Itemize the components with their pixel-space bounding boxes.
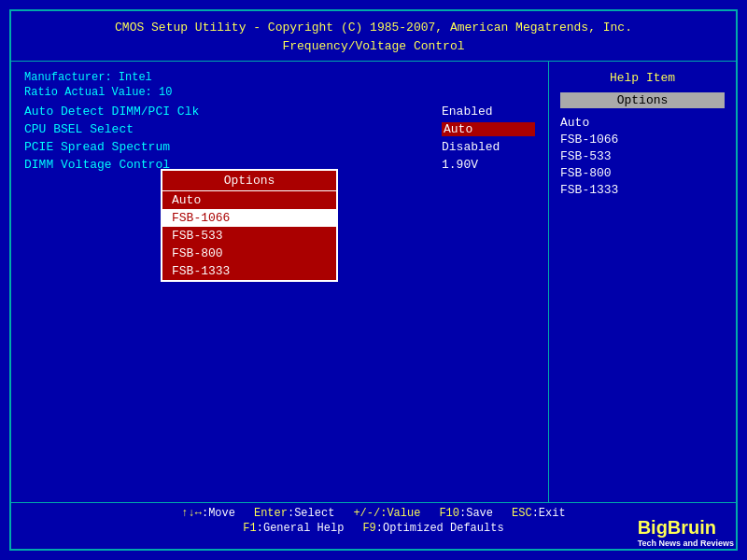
setting-row[interactable]: CPU BSEL SelectAuto — [24, 122, 535, 136]
setting-name: PCIE Spread Spectrum — [24, 140, 170, 154]
options-popup[interactable]: Options AutoFSB-1066FSB-533FSB-800FSB-13… — [161, 169, 338, 282]
setting-value: 1.90V — [442, 158, 535, 172]
bottom-shortcut: ESC:Exit — [512, 507, 566, 520]
popup-option[interactable]: FSB-1066 — [162, 209, 336, 227]
title-line2: Frequency/Voltage Control — [15, 37, 732, 56]
setting-row[interactable]: PCIE Spread SpectrumDisabled — [24, 140, 535, 154]
manufacturer-info: Manufacturer: Intel — [24, 71, 535, 84]
watermark-sub: Tech News and Reviews — [638, 539, 734, 549]
watermark-brand: BigBruin — [638, 516, 734, 539]
popup-option[interactable]: FSB-533 — [162, 227, 336, 245]
bottom-shortcut: F9:Optimized Defaults — [362, 522, 503, 535]
popup-title: Options — [162, 171, 336, 191]
title-line1: CMOS Setup Utility - Copyright (C) 1985-… — [15, 19, 732, 37]
setting-value: Enabled — [442, 105, 535, 119]
help-options-label: Options — [560, 92, 725, 108]
bottom-shortcut: Enter:Select — [254, 507, 334, 520]
bottom-line2: F1:General HelpF9:Optimized Defaults — [19, 522, 728, 535]
bottom-bar: ↑↓↔:MoveEnter:Select+/-/:ValueF10:SaveES… — [11, 502, 736, 549]
help-option: FSB-1333 — [560, 183, 725, 197]
bottom-shortcut: F1:General Help — [243, 522, 344, 535]
help-title: Help Item — [560, 71, 725, 85]
ratio-info: Ratio Actual Value: 10 — [24, 86, 535, 99]
popup-option[interactable]: Auto — [162, 191, 336, 209]
setting-name: CPU BSEL Select — [24, 122, 134, 136]
setting-value: Auto — [442, 122, 535, 136]
bottom-shortcut: ↑↓↔:Move — [181, 507, 235, 520]
bottom-shortcut: F10:Save — [439, 507, 493, 520]
popup-option[interactable]: FSB-800 — [162, 245, 336, 262]
setting-name: DIMM Voltage Control — [24, 158, 170, 172]
setting-row[interactable]: Auto Detect DIMM/PCI ClkEnabled — [24, 105, 535, 119]
bottom-line1: ↑↓↔:MoveEnter:Select+/-/:ValueF10:SaveES… — [19, 507, 728, 520]
bottom-shortcut: +/-/:Value — [353, 507, 420, 520]
bios-title: CMOS Setup Utility - Copyright (C) 1985-… — [11, 11, 736, 62]
settings-table: Auto Detect DIMM/PCI ClkEnabledCPU BSEL … — [24, 105, 535, 172]
left-panel: Manufacturer: Intel Ratio Actual Value: … — [11, 62, 549, 525]
watermark: BigBruin Tech News and Reviews — [638, 516, 734, 549]
right-panel: Help Item Options AutoFSB-1066FSB-533FSB… — [549, 62, 736, 525]
help-option: FSB-1066 — [560, 133, 725, 147]
help-option: FSB-800 — [560, 166, 725, 180]
help-option: FSB-533 — [560, 149, 725, 163]
help-option: Auto — [560, 116, 725, 130]
setting-name: Auto Detect DIMM/PCI Clk — [24, 105, 199, 119]
popup-option[interactable]: FSB-1333 — [162, 262, 336, 280]
setting-value: Disabled — [442, 140, 535, 154]
